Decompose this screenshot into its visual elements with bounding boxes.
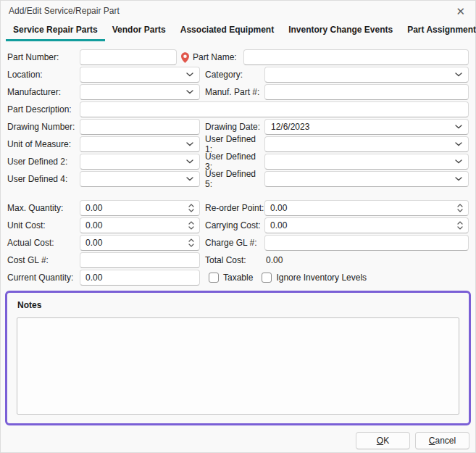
chevron-down-icon	[455, 142, 462, 146]
part-number-input-field[interactable]	[80, 50, 176, 65]
form: Part Number: Part Name: Location: Catego…	[0, 41, 476, 286]
chevron-down-icon	[188, 244, 194, 247]
spinner-updown[interactable]	[188, 204, 199, 212]
chevron-up-icon	[188, 221, 194, 225]
actual-cost-input-field[interactable]	[80, 236, 188, 250]
user-defined-4-dropdown[interactable]	[80, 171, 200, 187]
part-description-input-field[interactable]	[80, 102, 468, 117]
row-current-qty: Current Quantity: Taxable Ignore Invento…	[7, 269, 469, 286]
ignore-inventory-label: Ignore Inventory Levels	[276, 273, 367, 283]
carrying-cost-stepper[interactable]	[264, 217, 469, 233]
manufacturer-label: Manufacturer:	[7, 87, 80, 97]
tab-service-repair-parts[interactable]: Service Repair Parts	[6, 21, 105, 41]
chevron-down-icon	[186, 142, 193, 146]
chevron-up-icon	[188, 238, 194, 242]
drawing-number-input-field[interactable]	[80, 120, 199, 134]
ignore-inventory-checkbox[interactable]	[262, 273, 272, 283]
notes-group: Notes	[5, 291, 471, 425]
cost-gl-input-field[interactable]	[80, 253, 199, 267]
unit-cost-input-field[interactable]	[80, 218, 188, 233]
user-defined-1-dropdown[interactable]	[264, 136, 469, 152]
part-number-input[interactable]	[80, 49, 177, 65]
row-ud2-ud3: User Defined 2: User Defined 3:	[7, 153, 469, 170]
manuf-part-no-input[interactable]	[264, 84, 469, 100]
row-location-category: Location: Category:	[7, 66, 469, 83]
chevron-up-icon	[457, 204, 463, 207]
spinner-updown[interactable]	[457, 221, 468, 230]
location-dropdown[interactable]	[80, 67, 200, 83]
row-manufacturer: Manufacturer: Manuf. Part #:	[7, 83, 469, 101]
ok-button-accesskey: O	[377, 436, 383, 446]
max-quantity-input-field[interactable]	[80, 201, 188, 215]
notes-group-title: Notes	[17, 300, 459, 310]
reorder-point-label: Re-order Point:	[205, 203, 264, 213]
manufacturer-dropdown[interactable]	[80, 84, 200, 100]
charge-gl-input-field[interactable]	[265, 236, 468, 250]
carrying-cost-input-field[interactable]	[265, 218, 457, 233]
chevron-down-icon	[188, 226, 194, 230]
current-quantity-input-field[interactable]	[80, 270, 199, 285]
part-description-label: Part Description:	[7, 104, 80, 115]
row-actual-charge: Actual Cost: Charge GL #:	[7, 234, 469, 252]
location-label: Location:	[7, 70, 80, 80]
chevron-up-icon	[457, 221, 463, 225]
category-dropdown[interactable]	[264, 67, 469, 83]
ok-button-label: K	[383, 436, 389, 446]
charge-gl-label: Charge GL #:	[205, 238, 264, 248]
tab-inventory-change-events[interactable]: Inventory Change Events	[281, 21, 400, 41]
cancel-button-accesskey: C	[429, 436, 435, 446]
user-defined-2-dropdown[interactable]	[80, 154, 200, 170]
spinner-updown[interactable]	[188, 238, 199, 247]
row-uom-ud1: Unit of Measure: User Defined 1:	[7, 136, 469, 153]
drawing-date-dropdown[interactable]: 12/6/2023	[264, 119, 469, 135]
current-quantity-input[interactable]	[80, 270, 200, 286]
user-defined-3-dropdown[interactable]	[264, 154, 469, 170]
location-pin-icon[interactable]	[177, 52, 193, 63]
tab-vendor-parts[interactable]: Vendor Parts	[105, 21, 173, 41]
cost-gl-input[interactable]	[80, 252, 200, 268]
chevron-down-icon	[455, 177, 462, 181]
actual-cost-label: Actual Cost:	[7, 238, 80, 248]
part-name-input[interactable]	[243, 49, 469, 65]
max-quantity-label: Max. Quantity:	[7, 203, 80, 213]
notes-textarea[interactable]	[17, 317, 459, 415]
chevron-down-icon	[186, 90, 193, 94]
tab-bar: Service Repair Parts Vendor Parts Associ…	[0, 22, 476, 41]
charge-gl-input[interactable]	[264, 235, 469, 251]
spinner-updown[interactable]	[188, 221, 199, 230]
part-description-input[interactable]	[80, 101, 469, 117]
tab-part-assignments[interactable]: Part Assignments	[400, 21, 476, 41]
reorder-point-input-field[interactable]	[265, 201, 457, 215]
spinner-updown[interactable]	[457, 204, 468, 212]
manuf-part-no-input-field[interactable]	[265, 85, 468, 99]
reorder-point-stepper[interactable]	[264, 200, 469, 216]
unit-cost-stepper[interactable]	[80, 217, 200, 233]
chevron-down-icon	[457, 226, 463, 230]
taxable-checkbox-group[interactable]: Taxable	[209, 273, 253, 283]
ok-button[interactable]: OK	[356, 432, 410, 449]
chevron-down-icon	[455, 72, 462, 77]
part-name-input-field[interactable]	[244, 50, 468, 65]
close-icon[interactable]: ✕	[456, 6, 465, 17]
cancel-button[interactable]: Cancel	[415, 432, 469, 449]
user-defined-5-dropdown[interactable]	[264, 171, 469, 187]
category-label: Category:	[205, 70, 264, 80]
row-max-reorder: Max. Quantity: Re-order Point:	[7, 199, 469, 217]
chevron-down-icon	[186, 177, 193, 181]
taxable-checkbox[interactable]	[209, 273, 219, 283]
taxable-label: Taxable	[223, 273, 253, 283]
drawing-number-input[interactable]	[80, 119, 200, 135]
carrying-cost-label: Carrying Cost:	[205, 220, 264, 230]
tab-associated-equipment[interactable]: Associated Equipment	[173, 21, 281, 41]
part-number-label: Part Number:	[7, 52, 80, 62]
actual-cost-stepper[interactable]	[80, 235, 200, 251]
title-bar: Add/Edit Service/Repair Part ✕	[0, 0, 476, 22]
unit-of-measure-dropdown[interactable]	[80, 136, 200, 152]
user-defined-5-label: User Defined 5:	[205, 169, 264, 189]
max-quantity-stepper[interactable]	[80, 200, 200, 216]
row-ud4-ud5: User Defined 4: User Defined 5:	[7, 170, 469, 188]
drawing-date-value: 12/6/2023	[271, 122, 309, 132]
ignore-inventory-checkbox-group[interactable]: Ignore Inventory Levels	[262, 273, 367, 283]
row-unit-carrying: Unit Cost: Carrying Cost:	[7, 217, 469, 234]
section-spacer	[7, 188, 469, 199]
